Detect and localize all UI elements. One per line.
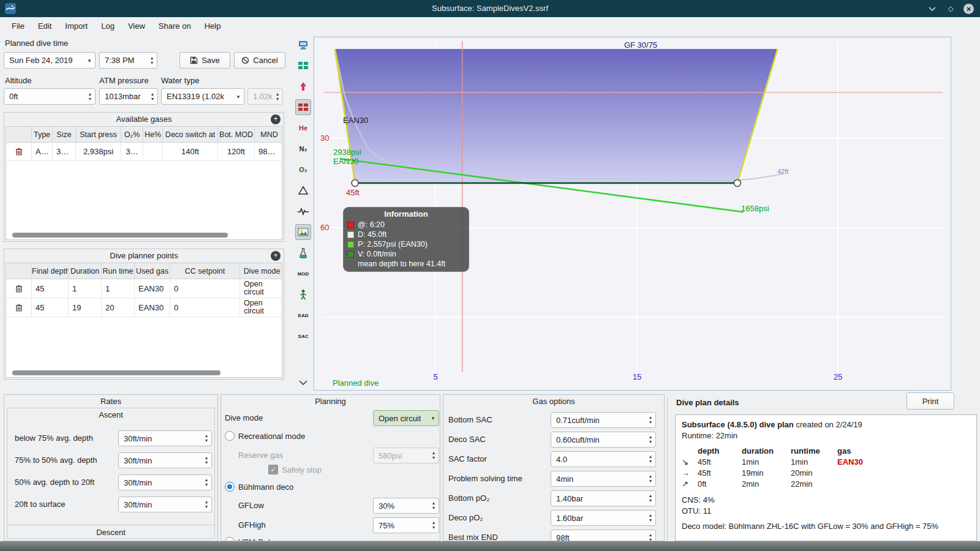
gas-size-cell[interactable]: 3… xyxy=(53,143,76,160)
toggle-pn2-graph-button[interactable]: N₂ xyxy=(295,141,311,157)
gas-mnd-cell[interactable]: 98… xyxy=(255,143,282,160)
point-finaldepth-cell[interactable]: 45 xyxy=(32,279,69,298)
spinner-arrows-icon[interactable]: ▴▾ xyxy=(148,92,157,102)
toggle-all-tissues-button[interactable] xyxy=(295,78,311,94)
menu-share-on[interactable]: Share on xyxy=(152,17,198,35)
toggle-mod-button[interactable]: MOD xyxy=(295,266,311,282)
points-hscrollbar[interactable] xyxy=(12,370,221,375)
gas-type-cell[interactable]: A… xyxy=(32,143,53,160)
spinner-arrows-icon[interactable]: ▴▾ xyxy=(202,478,211,487)
menu-file[interactable]: File xyxy=(5,17,31,35)
point-runtime-cell[interactable]: 1 xyxy=(102,279,135,298)
spinner-arrows-icon[interactable]: ▴▾ xyxy=(202,455,211,465)
gases-hscrollbar[interactable] xyxy=(12,233,228,238)
rate-spinner-3[interactable]: 30ft/min ▴▾ xyxy=(118,474,212,490)
gas-he-cell[interactable] xyxy=(143,143,163,160)
toggle-ead-button[interactable]: EAD xyxy=(295,307,311,323)
toggle-dc-ceiling-button[interactable] xyxy=(295,37,311,53)
planner-point-handle[interactable] xyxy=(352,180,358,187)
cancel-button[interactable]: Cancel xyxy=(234,52,285,69)
toggle-calculated-ceiling-button[interactable] xyxy=(295,58,311,73)
planner-point-handle[interactable] xyxy=(734,180,741,187)
menu-log[interactable]: Log xyxy=(94,17,121,35)
toggle-ndl-tts-button[interactable] xyxy=(295,287,311,302)
dive-mode-select[interactable]: Open circuit ▾ xyxy=(373,410,439,426)
recreational-mode-label: Recreational mode xyxy=(238,432,305,441)
bottom-sac-spinner[interactable]: 0.71cuft/min ▴▾ xyxy=(551,412,656,428)
spinner-arrows-icon[interactable]: ▴▾ xyxy=(85,92,95,102)
vpmb-deco-radio[interactable] xyxy=(225,537,235,541)
rate-spinner-1[interactable]: 30ft/min ▴▾ xyxy=(118,430,212,446)
spinner-arrows-icon[interactable]: ▴▾ xyxy=(646,435,655,444)
rate-spinner-2[interactable]: 30ft/min ▴▾ xyxy=(118,452,212,468)
menu-edit[interactable]: Edit xyxy=(31,17,58,35)
spinner-arrows-icon[interactable]: ▴▾ xyxy=(646,454,655,464)
point-duration-cell[interactable]: 19 xyxy=(69,298,102,317)
buhlmann-deco-radio[interactable] xyxy=(225,482,235,492)
gas-options-panel: Gas options Bottom SAC 0.71cuft/min ▴▾ D… xyxy=(443,394,665,541)
altitude-spinner[interactable]: 0ft ▴▾ xyxy=(4,88,96,105)
add-point-button[interactable]: + xyxy=(271,251,281,261)
menu-help[interactable]: Help xyxy=(198,17,228,35)
toggle-sac-button[interactable]: SAC xyxy=(295,328,311,344)
toggle-phe-graph-button[interactable]: He xyxy=(295,120,311,136)
save-button[interactable]: Save xyxy=(179,52,230,69)
spinner-arrows-icon[interactable]: ▴▾ xyxy=(646,415,655,425)
minimize-icon[interactable] xyxy=(927,3,938,14)
gas-o2-cell[interactable]: 3… xyxy=(121,143,143,160)
toggle-gas-density-button[interactable] xyxy=(295,245,311,261)
sac-factor-spinner[interactable]: 4.0 ▴▾ xyxy=(551,451,656,467)
gas-decoswitch-cell[interactable]: 140ft xyxy=(163,143,218,160)
gfhigh-spinner[interactable]: 75% ▴▾ xyxy=(373,517,439,533)
menu-view[interactable]: View xyxy=(121,17,152,35)
spinner-arrows-icon[interactable]: ▴▾ xyxy=(202,433,211,443)
maximize-icon[interactable]: ◇ xyxy=(945,3,956,14)
spinner-arrows-icon[interactable]: ▴▾ xyxy=(429,501,439,511)
toggle-heartrate-button[interactable] xyxy=(295,203,311,219)
spinner-arrows-icon[interactable]: ▴▾ xyxy=(429,520,439,530)
trash-icon[interactable] xyxy=(15,285,23,293)
point-ccsetpoint-cell[interactable]: 0 xyxy=(170,279,240,298)
toggle-po2-graph-button[interactable]: O₂ xyxy=(295,162,311,178)
point-usedgas-cell[interactable]: EAN30 xyxy=(135,279,170,298)
add-gas-button[interactable]: + xyxy=(271,114,281,124)
spinner-arrows-icon[interactable]: ▴▾ xyxy=(646,533,655,541)
problem-time-spinner[interactable]: 4min ▴▾ xyxy=(551,471,656,487)
deco-po2-spinner[interactable]: 1.60bar ▴▾ xyxy=(551,510,656,526)
trash-icon[interactable] xyxy=(15,148,23,156)
toggle-air-density-button[interactable] xyxy=(295,182,311,198)
dive-profile-chart[interactable]: GF 30/75 30 60 5 15 25 EAN30 2938psi EAN… xyxy=(314,37,951,391)
spinner-arrows-icon[interactable]: ▴▾ xyxy=(202,500,211,509)
menu-import[interactable]: Import xyxy=(58,17,94,35)
spinner-arrows-icon[interactable]: ▴▾ xyxy=(147,56,157,66)
toolbar-scroll-down-button[interactable] xyxy=(295,375,311,391)
point-runtime-cell[interactable]: 20 xyxy=(102,298,135,317)
point-ccsetpoint-cell[interactable]: 0 xyxy=(170,298,240,317)
water-type-select[interactable]: EN13319 (1.02k ▾ xyxy=(161,88,244,105)
atm-pressure-spinner[interactable]: 1013mbar ▴▾ xyxy=(99,88,158,105)
point-divemode-cell[interactable]: Open circuit xyxy=(240,298,282,317)
close-icon[interactable]: × xyxy=(963,4,974,14)
point-divemode-cell[interactable]: Open circuit xyxy=(240,279,282,298)
rate-spinner-4[interactable]: 30ft/min ▴▾ xyxy=(118,497,212,512)
bottom-po2-spinner[interactable]: 1.40bar ▴▾ xyxy=(551,490,656,506)
toggle-ceiling-3m-button[interactable] xyxy=(295,99,311,115)
spinner-arrows-icon[interactable]: ▴▾ xyxy=(646,493,655,503)
gas-botmod-cell[interactable]: 120ft xyxy=(218,143,255,160)
recreational-mode-radio[interactable] xyxy=(225,431,235,441)
gas-startpress-cell[interactable]: 2,938psi xyxy=(76,143,121,160)
point-duration-cell[interactable]: 1 xyxy=(69,279,102,298)
gflow-spinner[interactable]: 30% ▴▾ xyxy=(373,498,439,514)
best-mix-end-spinner[interactable]: 98ft ▴▾ xyxy=(551,530,656,541)
safety-stop-checkbox[interactable]: ✓ xyxy=(268,465,278,474)
point-finaldepth-cell[interactable]: 45 xyxy=(32,298,69,317)
point-usedgas-cell[interactable]: EAN30 xyxy=(135,298,170,317)
toggle-photos-button[interactable] xyxy=(295,224,311,240)
dive-time-spinner[interactable]: 7:38 PM ▴▾ xyxy=(99,52,157,69)
print-button[interactable]: Print xyxy=(907,392,954,410)
trash-icon[interactable] xyxy=(15,304,23,312)
dive-date-select[interactable]: Sun Feb 24, 2019 ▾ xyxy=(4,52,96,69)
spinner-arrows-icon[interactable]: ▴▾ xyxy=(646,474,655,484)
spinner-arrows-icon[interactable]: ▴▾ xyxy=(646,513,655,523)
deco-sac-spinner[interactable]: 0.60cuft/min ▴▾ xyxy=(551,432,656,448)
